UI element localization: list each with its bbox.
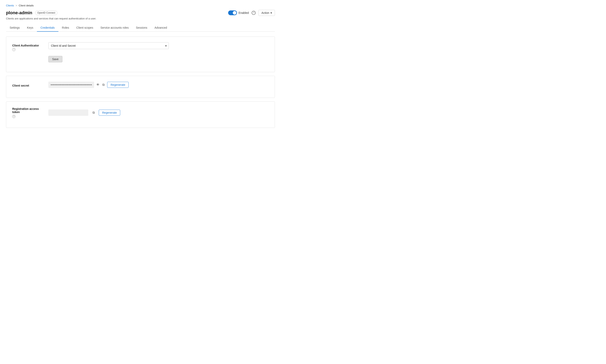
registration-token-input[interactable] [48, 109, 88, 116]
registration-token-label-wrap: Registration access token ? [12, 107, 44, 118]
save-field: Save [48, 55, 62, 62]
registration-token-row: Registration access token ? ⧉ Regenerate [12, 107, 269, 118]
enabled-toggle-wrap: Enabled [228, 10, 249, 15]
header-left: plone-admin OpenID Connect [6, 10, 57, 15]
tab-service-accounts-roles[interactable]: Service accounts roles [97, 24, 132, 32]
regenerate-secret-button[interactable]: Regenerate [107, 82, 129, 88]
copy-token-button[interactable]: ⧉ [90, 109, 97, 116]
tab-sessions[interactable]: Sessions [132, 24, 151, 32]
header-right: Enabled ? Action ▾ [228, 10, 275, 16]
client-authenticator-select[interactable]: Client Id and Secret Signed JWT Signed J… [48, 42, 169, 49]
regenerate-token-button[interactable]: Regenerate [99, 110, 120, 116]
page-title: plone-admin [6, 10, 32, 15]
client-secret-input[interactable] [48, 82, 94, 88]
eye-icon: 👁 [96, 83, 99, 87]
tab-settings[interactable]: Settings [6, 24, 24, 32]
reveal-secret-button[interactable]: 👁 [96, 82, 99, 88]
client-secret-row: Client secret 👁 ⧉ Regenerate [12, 82, 269, 88]
tab-roles[interactable]: Roles [58, 24, 73, 32]
registration-token-section: Registration access token ? ⧉ Regenerate [6, 101, 275, 128]
tab-advanced[interactable]: Advanced [151, 24, 171, 32]
save-row: Save [12, 55, 269, 62]
breadcrumb-current: Client details [19, 4, 33, 7]
save-button[interactable]: Save [48, 56, 62, 62]
copy-token-icon: ⧉ [93, 111, 95, 115]
client-authenticator-help-icon[interactable]: ? [12, 48, 15, 51]
registration-token-field: ⧉ Regenerate [48, 109, 120, 116]
client-authenticator-row: Client Authenticator ? Client Id and Sec… [12, 42, 269, 51]
tab-client-scopes[interactable]: Client scopes [73, 24, 97, 32]
page-subtitle: Clients are applications and services th… [6, 17, 275, 20]
client-type-badge: OpenID Connect [35, 11, 57, 15]
tab-credentials[interactable]: Credentials [37, 24, 58, 32]
enabled-toggle[interactable] [228, 10, 237, 15]
client-authenticator-select-wrap: Client Id and Secret Signed JWT Signed J… [48, 42, 169, 49]
registration-token-label: Registration access token [12, 107, 44, 114]
action-button[interactable]: Action ▾ [259, 10, 275, 16]
client-authenticator-label: Client Authenticator [12, 42, 44, 47]
action-button-label: Action [262, 11, 269, 14]
breadcrumb-parent[interactable]: Clients [6, 4, 14, 7]
page-header: plone-admin OpenID Connect Enabled ? Act… [6, 10, 275, 16]
breadcrumb-separator: > [16, 4, 17, 7]
toggle-label: Enabled [239, 11, 249, 14]
tab-keys[interactable]: Keys [24, 24, 37, 32]
tabs-bar: Settings Keys Credentials Roles Client s… [6, 24, 275, 32]
header-help-icon[interactable]: ? [252, 11, 256, 15]
client-secret-label: Client secret [12, 82, 44, 87]
registration-token-help-icon[interactable]: ? [12, 115, 15, 118]
client-authenticator-label-wrap: Client Authenticator ? [12, 42, 44, 51]
action-button-arrow: ▾ [271, 11, 272, 14]
breadcrumb: Clients > Client details [6, 4, 275, 7]
client-secret-field: 👁 ⧉ Regenerate [48, 82, 129, 88]
client-authenticator-field: Client Id and Secret Signed JWT Signed J… [48, 42, 269, 49]
copy-secret-button[interactable]: ⧉ [102, 82, 105, 88]
client-secret-section: Client secret 👁 ⧉ Regenerate [6, 76, 275, 98]
client-authenticator-section: Client Authenticator ? Client Id and Sec… [6, 37, 275, 72]
copy-icon: ⧉ [102, 83, 105, 87]
